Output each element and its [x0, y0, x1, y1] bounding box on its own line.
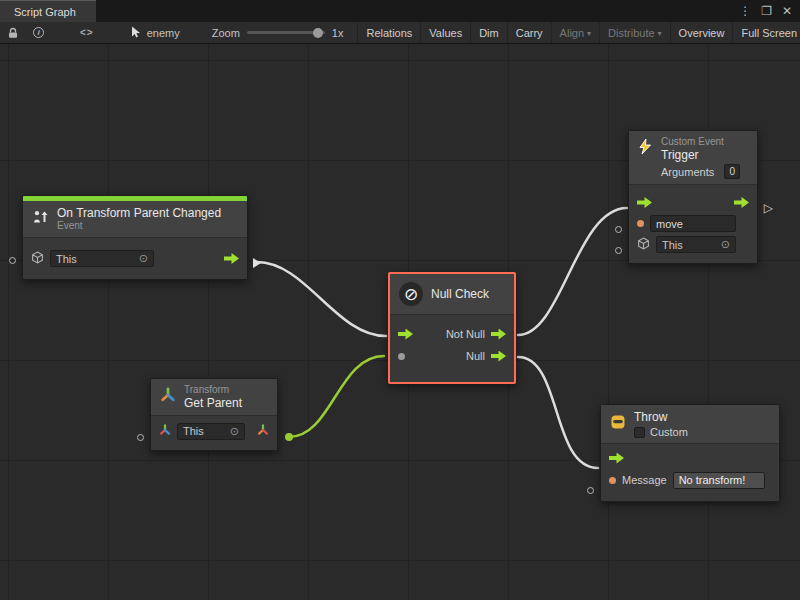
zoom-control: Zoom 1x [212, 27, 344, 39]
graph-name: enemy [147, 27, 180, 39]
graph-canvas[interactable]: On Transform Parent Changed Event This ⊙ [0, 44, 800, 600]
window-controls: ⋮ ❐ ✕ [731, 0, 800, 22]
graph-breadcrumb[interactable]: enemy [123, 26, 188, 40]
throw-icon [610, 414, 626, 434]
null-row: Null [390, 345, 514, 367]
dim-button[interactable]: Dim [470, 22, 507, 43]
flow-output-port[interactable] [224, 253, 239, 264]
tab-script-graph[interactable]: Script Graph [0, 0, 96, 22]
flow-input-port[interactable] [398, 329, 413, 340]
node-category: Custom Event [661, 136, 740, 148]
node-body: move This ⊙ [629, 184, 757, 263]
target-row: This ⊙ [23, 238, 247, 279]
node-throw[interactable]: Throw Custom Message No transform! [600, 404, 780, 502]
zoom-slider-thumb[interactable] [313, 28, 323, 38]
node-header: Throw Custom [601, 405, 779, 443]
node-title: Get Parent [184, 396, 242, 410]
event-name-field[interactable]: move [650, 215, 736, 232]
message-row: Message No transform! [601, 469, 779, 491]
node-null-check[interactable]: ⊘ Null Check Not Null Null [388, 272, 516, 384]
node-body: This ⊙ [23, 237, 247, 279]
target-icon: ⊙ [230, 425, 239, 438]
null-output-port[interactable] [491, 351, 506, 362]
zoom-value: 1x [332, 27, 344, 39]
zoom-label: Zoom [212, 27, 240, 39]
not-null-row: Not Null [390, 323, 514, 345]
graph-toolbar: i <> enemy Zoom 1x Relations Values Dim … [0, 22, 800, 44]
node-header: ⊘ Null Check [390, 274, 514, 314]
values-button[interactable]: Values [420, 22, 470, 43]
node-title: Trigger [661, 148, 740, 162]
wire-notnull-to-trigger[interactable] [518, 208, 627, 335]
arguments-stepper[interactable]: 0 [724, 164, 740, 179]
gameobject-cube-icon [637, 236, 650, 254]
node-get-parent[interactable]: Transform Get Parent This ⊙ [150, 378, 278, 451]
value-input-port[interactable] [9, 257, 16, 264]
toolbar-buttons: Relations Values Dim Carry Align▾ Distri… [357, 22, 800, 43]
align-button[interactable]: Align▾ [551, 22, 599, 43]
overview-button[interactable]: Overview [670, 22, 733, 43]
flow-row [601, 447, 779, 469]
message-label: Message [622, 474, 667, 486]
fullscreen-button[interactable]: Full Screen [732, 22, 800, 43]
message-field[interactable]: No transform! [673, 472, 765, 489]
node-title: Null Check [431, 287, 489, 301]
value-input-port[interactable] [398, 353, 405, 360]
arguments-label: Arguments [661, 166, 714, 178]
node-body: Not Null Null [390, 314, 514, 381]
wire-null-to-throw[interactable] [518, 357, 598, 468]
target-row: This ⊙ [151, 420, 277, 442]
event-name-row: move [629, 213, 757, 234]
string-input-port[interactable] [637, 220, 644, 227]
transform-output-port[interactable] [257, 422, 269, 440]
tab-title: Script Graph [14, 6, 76, 18]
node-trigger-custom-event[interactable]: Custom Event Trigger Arguments 0 [628, 130, 758, 264]
carry-button[interactable]: Carry [507, 22, 551, 43]
wire-getparent-to-nullcheck[interactable] [289, 356, 384, 437]
flow-input-port[interactable] [637, 197, 652, 208]
distribute-button[interactable]: Distribute▾ [599, 22, 669, 43]
node-title: On Transform Parent Changed [57, 206, 221, 220]
code-view-icon[interactable]: <> [73, 22, 101, 43]
lock-icon[interactable] [0, 22, 26, 43]
node-category: Transform [184, 384, 242, 396]
value-input-port[interactable] [587, 487, 594, 494]
null-label: Null [466, 350, 485, 362]
tab-bar: Script Graph ⋮ ❐ ✕ [0, 0, 800, 22]
custom-checkbox-label: Custom [650, 426, 688, 438]
menu-icon[interactable]: ⋮ [739, 5, 751, 17]
chevron-down-icon: ▾ [658, 29, 662, 38]
close-icon[interactable]: ✕ [782, 5, 792, 17]
null-check-icon: ⊘ [399, 282, 423, 306]
transform-input-icon [159, 422, 171, 440]
flow-input-port[interactable] [609, 453, 624, 464]
flow-output-port[interactable] [734, 197, 749, 208]
info-icon[interactable]: i [26, 22, 51, 43]
node-body: Message No transform! [601, 443, 779, 501]
custom-checkbox[interactable] [634, 427, 645, 438]
node-header: Custom Event Trigger Arguments 0 [629, 131, 757, 184]
transform-icon [160, 387, 176, 407]
value-input-port[interactable] [615, 247, 622, 254]
transform-parent-changed-icon [32, 209, 49, 229]
node-on-transform-parent-changed[interactable]: On Transform Parent Changed Event This ⊙ [22, 195, 248, 280]
flow-output-marker[interactable] [253, 258, 261, 268]
maximize-icon[interactable]: ❐ [761, 5, 772, 17]
node-header: Transform Get Parent [151, 379, 277, 415]
node-header: On Transform Parent Changed Event [23, 201, 247, 237]
string-input-port[interactable] [609, 477, 616, 484]
relations-button[interactable]: Relations [357, 22, 420, 43]
flow-output-marker[interactable]: ▷ [764, 202, 773, 214]
this-dropdown[interactable]: This ⊙ [177, 423, 245, 440]
zoom-slider[interactable] [247, 31, 325, 34]
chevron-down-icon: ▾ [587, 29, 591, 38]
wire-event-to-nullcheck[interactable] [257, 262, 386, 336]
script-graph-window: Script Graph ⋮ ❐ ✕ i <> enemy Zoom [0, 0, 800, 600]
value-input-port[interactable] [137, 434, 144, 441]
this-dropdown[interactable]: This ⊙ [50, 250, 154, 267]
value-input-port[interactable] [615, 226, 622, 233]
gameobject-cube-icon [31, 250, 44, 268]
this-dropdown[interactable]: This ⊙ [656, 236, 736, 253]
flow-row [629, 192, 757, 213]
not-null-output-port[interactable] [491, 329, 506, 340]
